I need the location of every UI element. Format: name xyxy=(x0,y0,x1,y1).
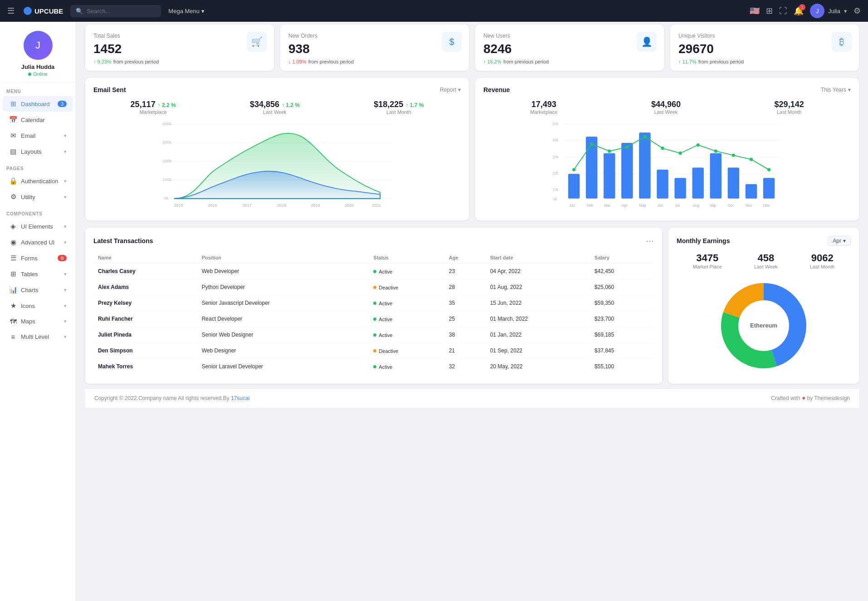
svg-rect-39 xyxy=(763,178,775,198)
email-sent-card: Email Sent Report ▾ 25,117 ↑ 2.2 % Marke… xyxy=(85,78,469,220)
svg-point-46 xyxy=(678,151,682,155)
sidebar-item-maps[interactable]: 🗺 Maps ▾ xyxy=(3,314,73,329)
svg-text:2019: 2019 xyxy=(311,203,320,208)
status-text: Active xyxy=(379,364,392,370)
footer-copyright: Copyright © 2022.Company name All rights… xyxy=(94,395,249,401)
transactions-menu-icon[interactable]: ⋯ xyxy=(646,236,654,246)
sidebar-item-advanced-ui[interactable]: ◉ Advanced UI ▾ xyxy=(3,235,73,250)
cell-salary: $25,060 xyxy=(590,279,654,295)
sidebar-item-ui-elements[interactable]: ◈ UI Elements ▾ xyxy=(3,219,73,234)
cell-age: 32 xyxy=(444,359,486,375)
transactions-table: Name Position Status Age Start date Sala… xyxy=(93,252,654,374)
svg-rect-28 xyxy=(568,174,580,199)
cell-salary: $69,185 xyxy=(590,327,654,343)
cell-age: 25 xyxy=(444,311,486,327)
sidebar-item-dashboard[interactable]: ⊞ Dashboard 3 xyxy=(3,96,73,112)
email-lastmonth-val: $18,225 ↑ 1.7 % xyxy=(374,100,424,109)
user-menu[interactable]: J Julia ▾ xyxy=(810,4,847,18)
advanced-ui-icon: ◉ xyxy=(9,238,17,246)
search-box[interactable]: 🔍 xyxy=(70,5,161,17)
stat-card-new-users: New Users 8246 ↑ 16.2% from previous per… xyxy=(475,24,664,71)
revenue-lastmonth: $29,142 Last Month xyxy=(775,100,804,115)
footer-link[interactable]: 17sucai xyxy=(231,395,249,401)
svg-rect-38 xyxy=(746,184,757,199)
cell-position: Senior Laravel Developer xyxy=(197,359,369,375)
sidebar-item-label-multi: Multi Level xyxy=(21,333,49,340)
sidebar-item-multi-level[interactable]: ≡ Multi Level ▾ xyxy=(3,329,73,344)
email-marketplace-val: 25,117 ↑ 2.2 % xyxy=(131,100,176,109)
report-button[interactable]: Report ▾ xyxy=(440,87,461,93)
sidebar-user-name: Julia Hudda xyxy=(21,64,55,70)
sidebar: J Julia Hudda Online MENU ⊞ Dashboard 3 … xyxy=(0,22,76,417)
earnings-stats: 3475 Market Place 458 Last Week 9062 Las… xyxy=(677,252,851,269)
sidebar-item-authentication[interactable]: 🔒 Authentication ▾ xyxy=(3,173,73,189)
status-dot xyxy=(373,302,376,305)
chevron-right-maps: ▾ xyxy=(64,318,67,324)
search-input[interactable] xyxy=(87,8,150,15)
sidebar-item-email[interactable]: ✉ Email ▾ xyxy=(3,128,73,143)
earnings-period-select[interactable]: Apr ▾ xyxy=(828,236,851,246)
svg-point-40 xyxy=(572,168,575,171)
sidebar-user-section: J Julia Hudda Online xyxy=(0,22,76,83)
table-row: Alex Adams Python Developer Deactive 28 … xyxy=(93,279,654,295)
svg-text:2018: 2018 xyxy=(277,203,286,208)
svg-text:Dec: Dec xyxy=(763,204,770,208)
this-years-button[interactable]: This Years ▾ xyxy=(821,87,851,93)
col-position: Position xyxy=(197,252,369,264)
svg-text:0k: 0k xyxy=(553,197,558,201)
svg-point-50 xyxy=(750,158,753,161)
svg-rect-35 xyxy=(692,168,703,199)
cell-position: React Developer xyxy=(197,311,369,327)
sidebar-item-layouts[interactable]: ▤ Layouts ▾ xyxy=(3,144,73,159)
hamburger-icon[interactable]: ☰ xyxy=(7,6,15,16)
transactions-header: Latest Transactions ⋯ xyxy=(93,236,654,246)
maps-icon: 🗺 xyxy=(9,318,17,325)
new-users-label: New Users xyxy=(483,33,656,39)
flag-icon[interactable]: 🇺🇸 xyxy=(750,6,760,16)
chevron-right-multi: ▾ xyxy=(64,334,67,340)
cell-start: 01 Aug, 2022 xyxy=(486,279,590,295)
cell-salary: $42,450 xyxy=(590,264,654,279)
earnings-header: Monthly Earnings Apr ▾ xyxy=(677,236,851,246)
svg-text:10k: 10k xyxy=(552,188,559,192)
sidebar-item-charts[interactable]: 📊 Charts ▾ xyxy=(3,282,73,298)
svg-text:2017: 2017 xyxy=(243,203,252,208)
svg-text:200k: 200k xyxy=(162,159,171,163)
sidebar-item-utility[interactable]: ⚙ Utility ▾ xyxy=(3,189,73,205)
settings-icon[interactable]: ⚙ xyxy=(853,6,861,16)
apps-icon[interactable]: ⊞ xyxy=(766,6,773,16)
svg-text:20k: 20k xyxy=(552,171,559,176)
cell-name: Alex Adams xyxy=(93,279,197,295)
sidebar-item-calendar[interactable]: 📅 Calendar xyxy=(3,112,73,127)
sidebar-item-label-calendar: Calendar xyxy=(21,117,45,123)
mega-menu[interactable]: Mega Menu ▾ xyxy=(168,8,205,15)
email-stat-lastmonth: $18,225 ↑ 1.7 % Last Month xyxy=(374,100,424,115)
multi-level-icon: ≡ xyxy=(9,333,17,341)
email-stat-lastweek: $34,856 ↑ 1.2 % Last Week xyxy=(250,100,300,115)
svg-point-44 xyxy=(643,135,646,138)
fullscreen-icon[interactable]: ⛶ xyxy=(779,6,787,16)
cell-salary: $55,100 xyxy=(590,359,654,375)
svg-rect-37 xyxy=(728,168,739,199)
cell-age: 35 xyxy=(444,295,486,311)
svg-text:50k: 50k xyxy=(552,122,559,126)
new-users-change: ↑ 16.2% from previous period xyxy=(483,59,656,64)
cell-position: Web Developer xyxy=(197,264,369,279)
notification-icon[interactable]: 🔔 1 xyxy=(794,6,804,16)
status-text: Active xyxy=(379,301,392,306)
svg-point-41 xyxy=(590,142,593,146)
user-name-nav: Julia xyxy=(828,8,840,15)
transactions-tbody: Charles Casey Web Developer Active 23 04… xyxy=(93,264,654,375)
revenue-title: Revenue xyxy=(483,86,510,93)
new-orders-change: ↓ 1.09% from previous period xyxy=(288,59,461,64)
sidebar-item-forms[interactable]: ☰ Forms 8 xyxy=(3,250,73,266)
svg-text:2020: 2020 xyxy=(345,203,354,208)
svg-rect-33 xyxy=(657,170,668,199)
email-stats: 25,117 ↑ 2.2 % Marketplace $34,856 ↑ 1.2… xyxy=(93,100,461,115)
sidebar-item-label-layouts: Layouts xyxy=(21,148,42,155)
sidebar-item-tables[interactable]: ⊞ Tables ▾ xyxy=(3,266,73,282)
sidebar-item-icons[interactable]: ★ Icons ▾ xyxy=(3,298,73,313)
svg-text:300k: 300k xyxy=(162,140,171,145)
svg-text:Oct: Oct xyxy=(728,204,734,208)
sidebar-item-label-ui: UI Elements xyxy=(21,223,53,230)
